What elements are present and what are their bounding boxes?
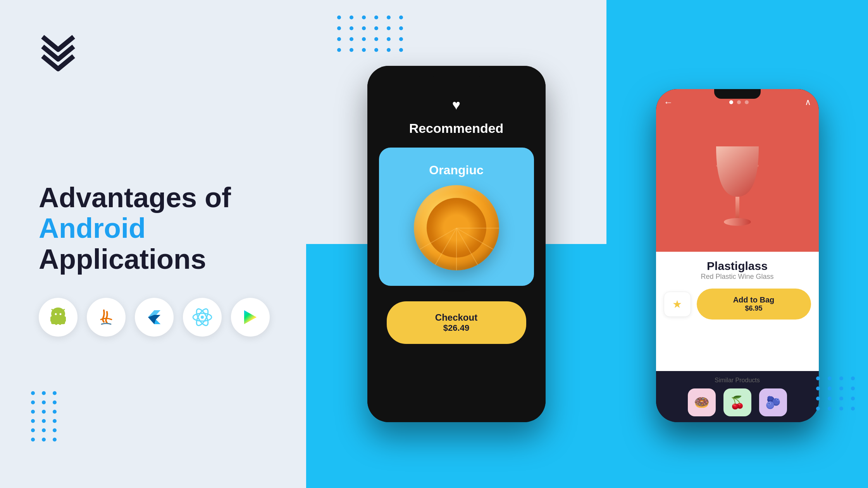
similar-product-1[interactable]: 🍩 [688, 388, 716, 416]
decoration-dots-top [337, 15, 405, 52]
page-dots [729, 100, 749, 104]
headline: Advantages of Android Applications [39, 182, 306, 275]
phone2-bottom-section: Plastiglass Red Plastic Wine Glass ★ Add… [656, 252, 819, 371]
recommended-title: Recommended [409, 121, 504, 136]
tech-icons-row [39, 298, 306, 337]
orange-image [414, 185, 499, 270]
wine-glass-image [708, 119, 766, 233]
phone1: ♥ Recommended Orangiuc Che [367, 66, 546, 422]
java-icon-circle[interactable] [87, 298, 126, 337]
logo [39, 31, 78, 75]
similar-product-3[interactable]: 🫐 [759, 388, 787, 416]
product2-actions: ★ Add to Bag $6.95 [664, 289, 811, 320]
svg-rect-5 [59, 321, 61, 325]
similar-label: Similar Products [662, 377, 813, 384]
playstore-icon-circle[interactable] [231, 298, 270, 337]
dot-inactive-2 [745, 100, 749, 104]
dot-active [729, 100, 733, 104]
headline-android: Android [39, 213, 146, 244]
similar-products-row: 🍩 🍒 🫐 [662, 388, 813, 416]
phone2: ← ∧ [656, 89, 819, 422]
react-icon-circle[interactable] [183, 298, 222, 337]
phone2-statusbar: ← ∧ [656, 97, 819, 108]
flutter-icon-circle[interactable] [135, 298, 174, 337]
checkout-label: Checkout [410, 312, 503, 323]
svg-rect-1 [51, 316, 65, 324]
svg-point-8 [55, 313, 57, 315]
svg-point-9 [60, 313, 62, 315]
product2-desc: Red Plastic Wine Glass [664, 273, 811, 281]
favorite-button[interactable]: ★ [664, 292, 691, 317]
svg-rect-4 [55, 321, 57, 325]
middle-panel: ♥ Recommended Orangiuc Che [306, 0, 606, 488]
svg-rect-19 [735, 197, 739, 220]
star-icon: ★ [672, 298, 682, 311]
product-name: Orangiuc [429, 163, 483, 177]
dot-inactive-1 [737, 100, 741, 104]
checkout-button[interactable]: Checkout $26.49 [387, 301, 526, 344]
svg-marker-17 [244, 310, 257, 324]
headline-applications: Applications [39, 244, 206, 275]
add-label: Add to Bag [704, 296, 803, 304]
phone1-screen: ♥ Recommended Orangiuc Che [367, 66, 546, 422]
product-card: Orangiuc [379, 148, 534, 286]
heart-icon: ♥ [452, 97, 460, 113]
svg-rect-3 [64, 316, 66, 322]
decoration-dots-right [816, 376, 856, 411]
similar-product-2[interactable]: 🍒 [723, 388, 751, 416]
decoration-dots-left [31, 391, 58, 442]
add-price: $6.95 [704, 304, 803, 313]
android-icon-circle[interactable] [39, 298, 78, 337]
headline-line2: Android Applications [39, 213, 306, 274]
headline-line1: Advantages of [39, 182, 306, 213]
svg-point-20 [724, 218, 751, 226]
checkout-price: $26.49 [410, 323, 503, 333]
right-panel: ← ∧ [606, 0, 868, 488]
svg-point-16 [201, 316, 204, 319]
svg-rect-2 [50, 316, 53, 322]
left-panel: Advantages of Android Applications [0, 0, 306, 488]
add-to-bag-button[interactable]: Add to Bag $6.95 [697, 289, 811, 320]
phone2-top-section: ← ∧ [656, 89, 819, 252]
back-button[interactable]: ← [664, 97, 673, 108]
chevron-up-icon[interactable]: ∧ [805, 97, 811, 107]
product2-name: Plastiglass [664, 259, 811, 273]
phone2-dark-bar: Similar Products 🍩 🍒 🫐 [656, 371, 819, 422]
